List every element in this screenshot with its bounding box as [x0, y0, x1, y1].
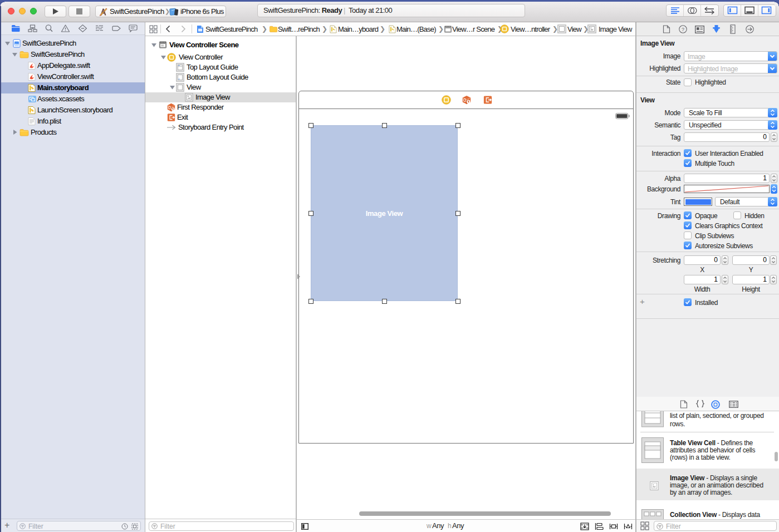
svg-text:?: ?	[682, 27, 684, 32]
